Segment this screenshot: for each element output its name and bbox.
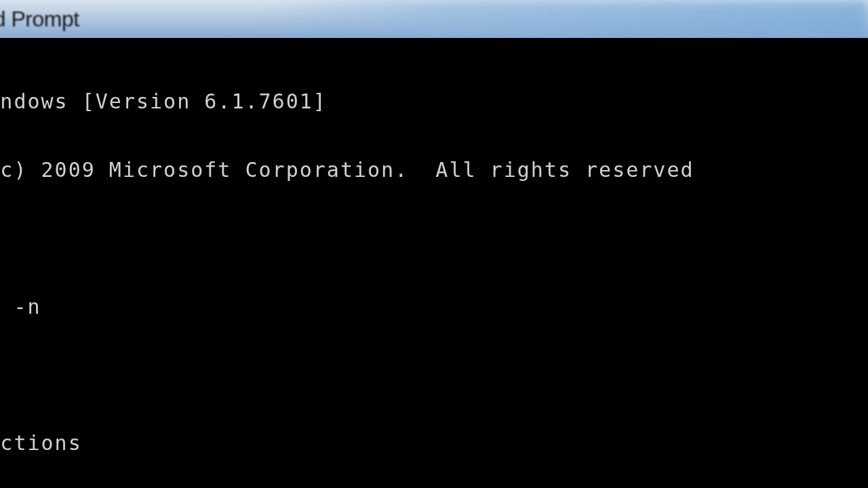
blank-line	[0, 227, 868, 250]
terminal-output[interactable]: oft Windows [Version 6.1.7601] ight (c) …	[0, 38, 868, 488]
blank-line	[0, 363, 868, 386]
banner-line-2: ight (c) 2009 Microsoft Corporation. All…	[0, 159, 868, 182]
command-line: etstat -n	[0, 296, 868, 319]
titlebar-background	[260, 0, 868, 38]
section-header: Connections	[0, 432, 868, 455]
window-titlebar[interactable]: mand Prompt	[0, 0, 868, 38]
window-title: mand Prompt	[0, 7, 79, 32]
banner-line-1: oft Windows [Version 6.1.7601]	[0, 90, 868, 113]
